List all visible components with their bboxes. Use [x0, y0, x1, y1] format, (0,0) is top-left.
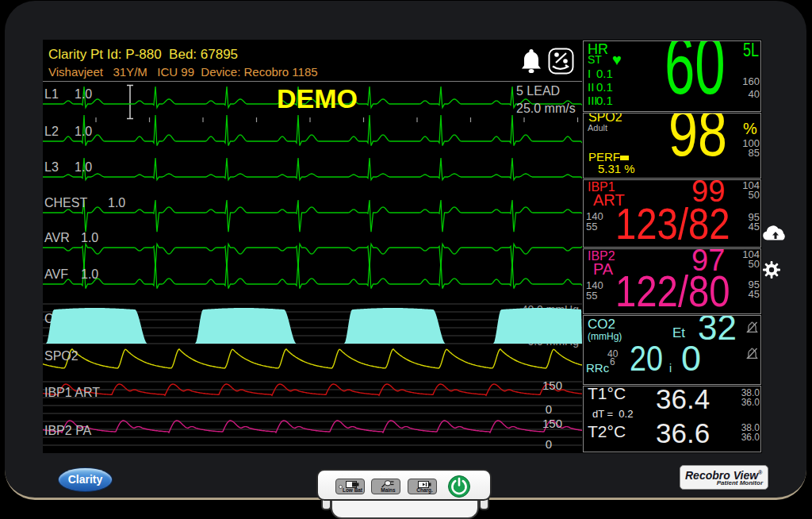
st-val-2: 0.1 [596, 81, 613, 93]
ibp2-lim2: 50 [749, 259, 760, 269]
low-battery-indicator: Low Bat [335, 479, 365, 494]
ibp2-panel[interactable]: IBP2 PA 97 104 50 140 55 122/80 95 45 [583, 248, 761, 314]
svg-text:150: 150 [542, 417, 562, 430]
temp-panel[interactable]: T1°C 36.4 38.0 36.0 dT = 0.2 T2°C 36.6 3… [583, 386, 761, 452]
settings-gear-icon[interactable] [762, 260, 781, 283]
svg-text:1.0: 1.0 [81, 267, 98, 281]
co2-i-value: 0 [681, 340, 701, 376]
ibp2-site: PA [593, 261, 613, 277]
t2-label: T2°C [588, 423, 626, 440]
svg-text:CHEST: CHEST [44, 196, 87, 210]
monitor-bezel: Clarity Pt Id: P-880 Bed: 67895 Vishavje… [5, 1, 806, 500]
power-module: Low Bat Mains Charg. [316, 469, 492, 501]
cloud-upload-icon[interactable] [762, 225, 789, 248]
svg-text:1.0: 1.0 [75, 125, 92, 138]
vitals-column: HR ♥ ST I 0.1 II 0.1 III 0.1 60 5L 160 4… [583, 40, 761, 453]
st-row-2: II [588, 81, 594, 93]
ibp1-panel[interactable]: IBP1 ART 99 104 50 140 55 123/82 95 45 [583, 179, 761, 248]
t1-label: T1°C [588, 386, 626, 402]
hr-low-limit: 40 [749, 89, 760, 99]
co2-i-label: i [669, 363, 672, 374]
t1-low-limit: 36.0 [741, 398, 760, 407]
svg-text:IBP1 ART: IBP1 ART [44, 386, 100, 399]
svg-text:1.0: 1.0 [75, 87, 92, 101]
mains-indicator: Mains [371, 479, 400, 494]
hr-panel[interactable]: HR ♥ ST I 0.1 II 0.1 III 0.1 60 5L 160 4… [583, 40, 761, 112]
perf-value: 5.31 % [598, 163, 635, 175]
t2-low-limit: 36.0 [741, 432, 760, 442]
module-lower-lip [331, 499, 479, 519]
hr-high-limit: 160 [742, 76, 760, 86]
st-row-1: I [588, 67, 591, 79]
ibp2-lim6: 45 [749, 289, 760, 299]
svg-text:1.0: 1.0 [108, 196, 125, 210]
hr-value: 60 [665, 40, 726, 106]
svg-text:25.0 mm/s: 25.0 mm/s [516, 102, 576, 115]
rr-label: RRc [586, 362, 609, 374]
svg-text:1.0: 1.0 [75, 160, 92, 174]
spo2-type: Adult [588, 124, 607, 133]
waveform-area: CO240.0 mmHg0.0 mmHgL11.0L21.0L31.0CHEST… [43, 81, 582, 452]
charging-label: Charg. [414, 488, 435, 493]
spo2-unit: % [743, 121, 757, 136]
heart-icon: ♥ [612, 52, 622, 67]
co2-panel[interactable]: CO2 (mmHg) Et 32 40 6 20 i 0 RRc [583, 315, 761, 385]
svg-text:IBP2 PA: IBP2 PA [44, 424, 92, 437]
ibp2-lim4: 55 [586, 290, 597, 301]
header: Clarity Pt Id: P-880 Bed: 67895 Vishavje… [43, 40, 582, 81]
svg-text:L1: L1 [44, 87, 59, 101]
svg-text:DEMO: DEMO [277, 83, 358, 113]
svg-text:1.0: 1.0 [81, 231, 98, 244]
low-battery-label: Low Bat [342, 488, 363, 493]
svg-text:0: 0 [546, 437, 552, 451]
co2-unit: (mmHg) [588, 332, 622, 341]
spo2-value: 98 [668, 113, 727, 166]
brand-subtitle: Patient Monitor [717, 479, 763, 486]
perf-bar [620, 156, 629, 160]
patient-info-line: Vishavjeet 31Y/M ICU 99 Device: Recobro … [48, 65, 318, 79]
alarm-off-icon-1 [745, 321, 759, 336]
ibp1-lim2: 50 [749, 190, 760, 200]
power-button[interactable] [448, 475, 470, 498]
ibp1-lim4: 55 [586, 221, 597, 232]
svg-text:150: 150 [542, 379, 562, 392]
t1-value: 36.4 [656, 386, 710, 413]
st-val-1: 0.1 [596, 67, 613, 79]
co2-value: 32 [698, 315, 737, 345]
svg-text:L2: L2 [44, 125, 59, 138]
perf-label: PERF [588, 151, 620, 163]
svg-text:SPO2: SPO2 [44, 349, 79, 363]
alarm-off-icon-2 [745, 347, 759, 363]
patient-id-line: Clarity Pt Id: P-880 Bed: 67895 [48, 47, 238, 63]
co2-label: CO2 [588, 317, 615, 331]
svg-text:5 LEAD: 5 LEAD [516, 84, 560, 98]
alarm-bell-icon[interactable] [520, 48, 542, 78]
perfusion-service-icon[interactable] [548, 48, 574, 78]
svg-text:AVR: AVR [44, 231, 70, 244]
clarity-logo: Clarity [59, 468, 112, 491]
screen: Clarity Pt Id: P-880 Bed: 67895 Vishavje… [43, 40, 762, 453]
svg-text:L3: L3 [44, 160, 59, 174]
spo2-low-limit: 85 [749, 148, 760, 158]
brand-logo: Recobro View® Patient Monitor [680, 465, 768, 490]
charging-indicator: Charg. [408, 479, 437, 494]
ibp1-value: 123/82 [615, 202, 730, 246]
ibp1-lim6: 45 [749, 221, 760, 232]
svg-text:AVF: AVF [44, 267, 68, 281]
hr-mode: 5L [743, 41, 759, 60]
st-val-3: 0.1 [596, 94, 613, 106]
spo2-panel[interactable]: SPO2 Adult PERF 5.31 % 98 % 100 85 [583, 113, 761, 179]
ibp2-value: 122/80 [615, 270, 730, 313]
co2-low-limit: 6 [610, 357, 615, 367]
mains-label: Mains [377, 488, 399, 493]
svg-text:0: 0 [546, 402, 552, 416]
dt-value: dT = 0.2 [592, 409, 633, 419]
spo2-label: SPO2 [588, 113, 622, 124]
rr-value: 20 [630, 340, 663, 376]
t2-value: 36.6 [656, 419, 710, 447]
st-label: ST [588, 54, 602, 65]
